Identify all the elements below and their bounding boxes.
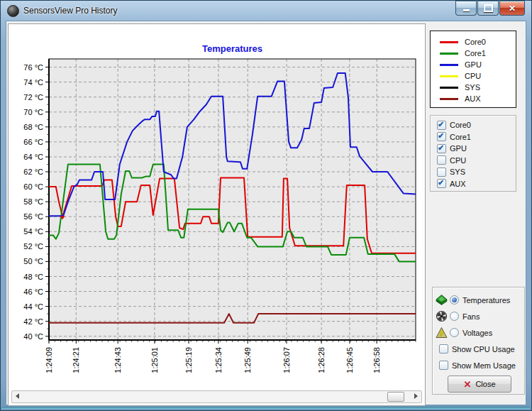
svg-text:Temperatures: Temperatures bbox=[202, 43, 262, 54]
series-toggle-panel: Core0 Core1 GPU CPU SYS AUX bbox=[430, 115, 516, 192]
svg-text:68 °C: 68 °C bbox=[23, 123, 43, 131]
radio-icon[interactable] bbox=[450, 328, 459, 337]
scroll-left-button[interactable] bbox=[12, 391, 23, 401]
checkbox-label: GPU bbox=[450, 144, 467, 153]
checkbox-icon[interactable] bbox=[437, 144, 446, 153]
app-window: SensorsView Pro History ✕ 76 °C74 °C72 °… bbox=[0, 0, 532, 411]
svg-text:1:24:43: 1:24:43 bbox=[113, 347, 122, 373]
core1-line-swatch bbox=[440, 53, 458, 55]
app-icon bbox=[7, 5, 19, 17]
svg-text:52 °C: 52 °C bbox=[23, 242, 43, 251]
svg-text:1:26:07: 1:26:07 bbox=[282, 347, 291, 373]
checkbox-icon[interactable] bbox=[437, 121, 446, 130]
svg-text:76 °C: 76 °C bbox=[23, 63, 43, 72]
checkbox-icon[interactable] bbox=[437, 132, 446, 141]
scroll-right-icon bbox=[414, 393, 418, 399]
radio-voltages[interactable]: Voltages bbox=[433, 324, 524, 341]
checkbox-show-cpu-usage[interactable]: Show CPU Usage bbox=[433, 341, 524, 357]
checkbox-icon[interactable] bbox=[437, 168, 446, 177]
svg-text:74 °C: 74 °C bbox=[23, 78, 43, 87]
window-content: 76 °C74 °C72 °C70 °C68 °C66 °C64 °C62 °C… bbox=[6, 21, 526, 405]
radio-icon[interactable] bbox=[450, 295, 459, 305]
checkbox-label: Core0 bbox=[450, 121, 471, 129]
svg-text:56 °C: 56 °C bbox=[23, 212, 43, 221]
legend-item: CPU bbox=[431, 70, 516, 82]
radio-fans[interactable]: Fans bbox=[433, 308, 524, 324]
series-checkbox-gpu[interactable]: GPU bbox=[431, 143, 516, 155]
minimize-icon bbox=[463, 9, 470, 11]
close-window-icon: ✕ bbox=[509, 4, 516, 13]
svg-text:58 °C: 58 °C bbox=[23, 197, 43, 206]
checkbox-icon[interactable] bbox=[437, 179, 446, 188]
svg-text:40 °C: 40 °C bbox=[23, 332, 43, 341]
scroll-left-icon bbox=[16, 393, 19, 399]
svg-text:1:26:28: 1:26:28 bbox=[317, 347, 326, 373]
legend-item: AUX bbox=[431, 93, 516, 104]
scrollbar-thumb[interactable] bbox=[387, 392, 404, 402]
legend-label: Core0 bbox=[465, 38, 486, 46]
legend-item: Core0 bbox=[431, 36, 516, 48]
legend-item: GPU bbox=[431, 59, 516, 70]
svg-text:48 °C: 48 °C bbox=[23, 273, 43, 281]
horizontal-scrollbar[interactable] bbox=[11, 390, 422, 403]
radio-icon[interactable] bbox=[450, 312, 459, 321]
minimize-button[interactable] bbox=[455, 1, 477, 16]
svg-text:1:25:34: 1:25:34 bbox=[214, 347, 223, 373]
svg-text:64 °C: 64 °C bbox=[23, 153, 43, 161]
svg-text:70 °C: 70 °C bbox=[23, 108, 43, 116]
cpu-line-swatch bbox=[440, 75, 458, 77]
mode-options-panel: Temperatures Fans bbox=[432, 287, 525, 395]
series-checkbox-core0[interactable]: Core0 bbox=[431, 119, 516, 131]
scroll-right-button[interactable] bbox=[411, 391, 421, 401]
close-button[interactable]: ✕ Close bbox=[448, 376, 511, 393]
checkbox-icon[interactable] bbox=[439, 361, 448, 370]
svg-text:60 °C: 60 °C bbox=[23, 182, 43, 191]
legend-label: Core1 bbox=[465, 49, 486, 57]
fan-icon bbox=[436, 310, 448, 322]
svg-text:54 °C: 54 °C bbox=[23, 227, 43, 236]
legend-label: AUX bbox=[465, 94, 481, 103]
checkbox-label: Show CPU Usage bbox=[452, 345, 515, 354]
svg-text:62 °C: 62 °C bbox=[23, 168, 43, 176]
checkbox-show-mem-usage[interactable]: Show Mem Usage bbox=[433, 357, 524, 373]
series-checkbox-aux[interactable]: AUX bbox=[431, 178, 516, 190]
svg-text:1:25:19: 1:25:19 bbox=[184, 347, 193, 373]
chart-legend: Core0 Core1 GPU CPU SYS AUX bbox=[430, 31, 516, 108]
gpu-line-swatch bbox=[440, 64, 458, 66]
radio-label: Fans bbox=[462, 312, 480, 321]
aux-line-swatch bbox=[440, 98, 458, 100]
svg-text:1:24:21: 1:24:21 bbox=[72, 347, 80, 373]
checkbox-label: Show Mem Usage bbox=[452, 361, 516, 370]
checkbox-label: Core1 bbox=[450, 133, 471, 141]
maximize-button[interactable] bbox=[477, 1, 499, 16]
checkbox-label: AUX bbox=[450, 180, 466, 188]
series-checkbox-sys[interactable]: SYS bbox=[431, 166, 516, 178]
chip-icon bbox=[436, 294, 448, 306]
svg-text:1:25:01: 1:25:01 bbox=[150, 347, 159, 373]
svg-text:66 °C: 66 °C bbox=[23, 138, 43, 146]
svg-text:1:26:45: 1:26:45 bbox=[345, 347, 354, 373]
legend-item: Core1 bbox=[431, 48, 516, 59]
svg-text:42 °C: 42 °C bbox=[23, 317, 43, 326]
radio-label: Voltages bbox=[462, 329, 492, 337]
series-checkbox-core1[interactable]: Core1 bbox=[431, 131, 516, 143]
svg-text:72 °C: 72 °C bbox=[23, 93, 43, 102]
sys-line-swatch bbox=[440, 87, 458, 89]
core0-line-swatch bbox=[440, 41, 458, 43]
svg-text:1:26:58: 1:26:58 bbox=[372, 347, 381, 373]
radio-label: Temperatures bbox=[462, 296, 510, 305]
checkbox-icon[interactable] bbox=[439, 344, 448, 354]
legend-label: SYS bbox=[465, 83, 480, 92]
radio-temperatures[interactable]: Temperatures bbox=[433, 287, 524, 308]
title-bar[interactable]: SensorsView Pro History ✕ bbox=[1, 1, 531, 21]
svg-text:46 °C: 46 °C bbox=[23, 287, 43, 296]
checkbox-label: CPU bbox=[450, 156, 466, 165]
svg-text:50 °C: 50 °C bbox=[23, 257, 43, 265]
legend-item: SYS bbox=[431, 82, 516, 93]
window-title: SensorsView Pro History bbox=[23, 6, 118, 16]
close-window-button[interactable]: ✕ bbox=[499, 1, 525, 16]
checkbox-icon[interactable] bbox=[437, 155, 446, 165]
legend-label: CPU bbox=[465, 72, 481, 80]
series-checkbox-cpu[interactable]: CPU bbox=[431, 155, 516, 167]
maximize-icon bbox=[484, 4, 493, 12]
